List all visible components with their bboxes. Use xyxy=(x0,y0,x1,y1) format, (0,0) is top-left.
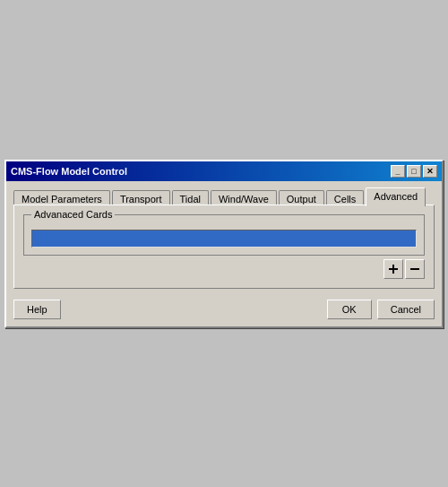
ok-button[interactable]: OK xyxy=(327,300,372,319)
window-content: Model Parameters Transport Tidal Wind/Wa… xyxy=(6,181,442,294)
advanced-cards-listbox[interactable] xyxy=(31,230,417,248)
bottom-bar: Help OK Cancel xyxy=(6,294,442,326)
add-icon xyxy=(387,263,400,275)
main-window: CMS-Flow Model Control _ □ ✕ Model Param… xyxy=(4,160,444,328)
add-card-button[interactable] xyxy=(383,259,403,279)
title-bar-controls: _ □ ✕ xyxy=(391,165,437,178)
list-selected-item[interactable] xyxy=(32,230,416,247)
help-button[interactable]: Help xyxy=(13,300,61,319)
tab-advanced[interactable]: Advanced xyxy=(366,187,426,206)
group-box-label: Advanaced Cards xyxy=(31,209,115,220)
window-title: CMS-Flow Model Control xyxy=(11,166,127,177)
tab-panel-advanced: Advanaced Cards xyxy=(13,204,435,289)
close-button[interactable]: ✕ xyxy=(423,165,437,178)
minimize-button[interactable]: _ xyxy=(391,165,405,178)
remove-icon xyxy=(409,263,421,275)
tab-bar: Model Parameters Transport Tidal Wind/Wa… xyxy=(13,187,435,205)
cancel-button[interactable]: Cancel xyxy=(377,300,435,319)
tabs-container: Model Parameters Transport Tidal Wind/Wa… xyxy=(13,187,435,289)
bottom-right-buttons: OK Cancel xyxy=(327,300,435,319)
toolbar-row xyxy=(23,259,425,279)
maximize-button[interactable]: □ xyxy=(407,165,421,178)
remove-card-button[interactable] xyxy=(405,259,425,279)
advanced-cards-group: Advanaced Cards xyxy=(23,214,425,256)
title-bar: CMS-Flow Model Control _ □ ✕ xyxy=(6,161,442,181)
